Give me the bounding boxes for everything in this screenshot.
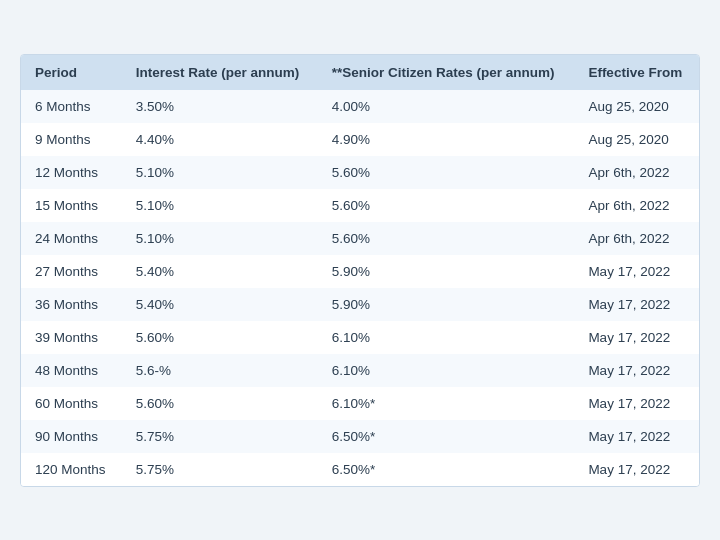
cell-senior-citizen-rate: 6.10%	[318, 321, 575, 354]
cell-effective-from: Aug 25, 2020	[574, 123, 699, 156]
col-header-senior-citizen-rate: **Senior Citizen Rates (per annum)	[318, 55, 575, 90]
cell-effective-from: May 17, 2022	[574, 420, 699, 453]
table-row: 48 Months5.6-%6.10%May 17, 2022	[21, 354, 699, 387]
cell-period: 60 Months	[21, 387, 122, 420]
cell-period: 120 Months	[21, 453, 122, 486]
cell-interest-rate: 5.60%	[122, 387, 318, 420]
cell-period: 15 Months	[21, 189, 122, 222]
cell-interest-rate: 5.10%	[122, 156, 318, 189]
cell-effective-from: Apr 6th, 2022	[574, 222, 699, 255]
cell-period: 9 Months	[21, 123, 122, 156]
rates-table: Period Interest Rate (per annum) **Senio…	[21, 55, 699, 486]
cell-interest-rate: 5.40%	[122, 255, 318, 288]
cell-interest-rate: 5.75%	[122, 453, 318, 486]
table-row: 15 Months5.10%5.60%Apr 6th, 2022	[21, 189, 699, 222]
col-header-period: Period	[21, 55, 122, 90]
cell-period: 39 Months	[21, 321, 122, 354]
cell-senior-citizen-rate: 6.10%	[318, 354, 575, 387]
cell-senior-citizen-rate: 5.90%	[318, 288, 575, 321]
cell-senior-citizen-rate: 4.00%	[318, 90, 575, 123]
cell-senior-citizen-rate: 5.60%	[318, 189, 575, 222]
cell-senior-citizen-rate: 5.60%	[318, 222, 575, 255]
cell-effective-from: May 17, 2022	[574, 453, 699, 486]
cell-effective-from: May 17, 2022	[574, 387, 699, 420]
table-row: 120 Months5.75%6.50%*May 17, 2022	[21, 453, 699, 486]
table-row: 24 Months5.10%5.60%Apr 6th, 2022	[21, 222, 699, 255]
cell-senior-citizen-rate: 6.10%*	[318, 387, 575, 420]
cell-senior-citizen-rate: 6.50%*	[318, 453, 575, 486]
table-row: 6 Months3.50%4.00%Aug 25, 2020	[21, 90, 699, 123]
table-header-row: Period Interest Rate (per annum) **Senio…	[21, 55, 699, 90]
cell-effective-from: May 17, 2022	[574, 288, 699, 321]
col-header-interest-rate: Interest Rate (per annum)	[122, 55, 318, 90]
cell-interest-rate: 5.10%	[122, 222, 318, 255]
cell-period: 6 Months	[21, 90, 122, 123]
cell-interest-rate: 5.10%	[122, 189, 318, 222]
cell-period: 48 Months	[21, 354, 122, 387]
cell-effective-from: May 17, 2022	[574, 255, 699, 288]
cell-effective-from: Apr 6th, 2022	[574, 189, 699, 222]
cell-period: 90 Months	[21, 420, 122, 453]
cell-senior-citizen-rate: 5.90%	[318, 255, 575, 288]
cell-period: 24 Months	[21, 222, 122, 255]
rates-table-container: Period Interest Rate (per annum) **Senio…	[20, 54, 700, 487]
col-header-effective-from: Effective From	[574, 55, 699, 90]
cell-effective-from: Aug 25, 2020	[574, 90, 699, 123]
cell-interest-rate: 5.6-%	[122, 354, 318, 387]
cell-interest-rate: 5.60%	[122, 321, 318, 354]
cell-effective-from: May 17, 2022	[574, 354, 699, 387]
cell-period: 36 Months	[21, 288, 122, 321]
table-row: 27 Months5.40%5.90%May 17, 2022	[21, 255, 699, 288]
cell-effective-from: Apr 6th, 2022	[574, 156, 699, 189]
cell-interest-rate: 5.40%	[122, 288, 318, 321]
cell-interest-rate: 3.50%	[122, 90, 318, 123]
cell-period: 27 Months	[21, 255, 122, 288]
table-row: 36 Months5.40%5.90%May 17, 2022	[21, 288, 699, 321]
cell-senior-citizen-rate: 6.50%*	[318, 420, 575, 453]
cell-period: 12 Months	[21, 156, 122, 189]
cell-senior-citizen-rate: 5.60%	[318, 156, 575, 189]
cell-effective-from: May 17, 2022	[574, 321, 699, 354]
table-row: 60 Months5.60%6.10%*May 17, 2022	[21, 387, 699, 420]
cell-interest-rate: 4.40%	[122, 123, 318, 156]
table-row: 12 Months5.10%5.60%Apr 6th, 2022	[21, 156, 699, 189]
cell-senior-citizen-rate: 4.90%	[318, 123, 575, 156]
cell-interest-rate: 5.75%	[122, 420, 318, 453]
table-row: 39 Months5.60%6.10%May 17, 2022	[21, 321, 699, 354]
table-row: 9 Months4.40%4.90%Aug 25, 2020	[21, 123, 699, 156]
table-row: 90 Months5.75%6.50%*May 17, 2022	[21, 420, 699, 453]
table-body: 6 Months3.50%4.00%Aug 25, 20209 Months4.…	[21, 90, 699, 486]
